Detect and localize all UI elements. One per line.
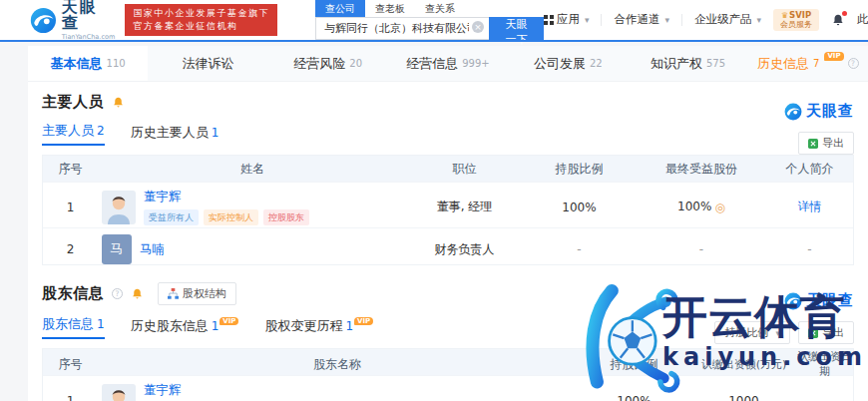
vip-badge: VIP (824, 52, 843, 61)
subtab-count: 1 (212, 319, 219, 333)
tag-controlling-shareholder[interactable]: 控股股东 (263, 209, 309, 225)
subtab-label: 历史主要人员 (131, 125, 209, 140)
detail-link[interactable]: 详情 (798, 200, 822, 213)
tag-beneficial-owner[interactable]: 受益所有人 (144, 209, 199, 225)
apps-grid-icon (544, 15, 554, 25)
cell-position: 财务负责人 (407, 241, 522, 258)
subscribe-bell-icon[interactable] (131, 287, 144, 300)
excel-icon (808, 328, 818, 338)
tab-label: 历史信息 (757, 55, 809, 73)
tab-count: 110 (107, 58, 126, 69)
tag-actual-controller[interactable]: 实际控制人 (204, 209, 258, 225)
col-shareholding-ratio: 持股比例 (577, 356, 691, 373)
search-tab-company[interactable]: 查公司 (315, 0, 365, 17)
tab-operating-risk[interactable]: 经营风险 20 (268, 46, 388, 81)
equity-target-icon[interactable]: ◎ (714, 200, 724, 214)
search-tabs: 查公司 查老板 查关系 (315, 0, 544, 17)
tab-label: 公司发展 (534, 55, 586, 73)
tab-count: 22 (590, 58, 603, 69)
col-subscribed-capital: 认缴出资额(万元) (691, 357, 796, 372)
section-title: 主要人员 (42, 93, 104, 112)
notification-bell-icon[interactable] (831, 13, 845, 27)
avatar[interactable] (102, 384, 136, 401)
subscribe-bell-icon[interactable] (112, 96, 125, 109)
subtab-history-key-people[interactable]: 历史主要人员1 (131, 124, 219, 146)
col-serial: 序号 (43, 161, 98, 178)
divider (681, 14, 682, 26)
info-circle-icon[interactable] (848, 58, 859, 69)
certification-badge: 国家中小企业发展子基金旗下 官方备案企业征信机构 (125, 4, 277, 36)
shareholder-name-link[interactable]: 董宇辉 (144, 382, 182, 397)
tab-company-development[interactable]: 公司发展 22 (508, 46, 628, 81)
svip-line2: 会员服务 (780, 20, 812, 29)
tab-legal-proceedings[interactable]: 法律诉讼 (148, 46, 267, 81)
subtab-count: 1 (97, 317, 105, 331)
subtab-equity-change-history[interactable]: 股权变更历程1VIP (264, 317, 373, 339)
tab-basic-info[interactable]: 基本信息 110 (28, 46, 148, 81)
search-input[interactable] (315, 17, 489, 40)
tianyancha-logo[interactable]: 天眼查 TianYanCha.com (30, 0, 115, 41)
equity-structure-button[interactable]: 股权结构 (158, 282, 236, 305)
table-row: 2 马 马喃 财务负责人 - - - (43, 227, 853, 264)
person-name-link[interactable]: 董宇辉 (144, 189, 182, 203)
tab-business-info[interactable]: 经营信息 999+ (388, 46, 508, 81)
svip-membership-badge[interactable]: ♛SVIP 会员服务 (773, 9, 819, 32)
cell-ratio: - (522, 242, 637, 256)
table-header-row: 序号 股东名称 持股比例 认缴出资额(万元) 认缴出资日期 (43, 349, 853, 375)
search-box: 天眼一下 (315, 17, 544, 40)
shareholders-table: 序号 股东名称 持股比例 认缴出资额(万元) 认缴出资日期 1 (42, 348, 854, 401)
search-button[interactable]: 天眼一下 (489, 17, 544, 40)
tab-count: 7 (813, 58, 819, 69)
vip-badge: VIP (219, 317, 238, 325)
tianyancha-watermark-logo: 天眼查 (784, 102, 854, 121)
export-button[interactable]: 导出 (798, 132, 854, 155)
menu-enterprise-products[interactable]: 企业级产品 (694, 12, 761, 27)
subtab-shareholders[interactable]: 股东信息1 (42, 315, 105, 339)
tab-count: 575 (706, 58, 725, 69)
avatar[interactable] (102, 191, 136, 224)
cell-ratio: 100% (522, 200, 637, 214)
person-tags: 受益所有人 实际控制人 控股股东 (144, 209, 309, 225)
subtab-count: 1 (212, 126, 219, 140)
brand-label: 天眼查 (806, 291, 854, 310)
search-tab-relation[interactable]: 查关系 (415, 0, 465, 17)
help-circle-icon[interactable] (112, 288, 123, 299)
export-button[interactable]: 导出 (798, 321, 854, 344)
menu-apps[interactable]: 应用 (544, 12, 590, 27)
tab-count: 20 (349, 58, 362, 69)
tianyancha-logo-icon (30, 7, 57, 34)
tab-label: 基本信息 (51, 55, 103, 73)
ratio-filter-dropdown[interactable]: 持股比例 (714, 321, 790, 344)
user-account-label: 此处... (857, 12, 868, 27)
subtab-label: 历史股东信息 (131, 318, 209, 333)
col-serial: 序号 (43, 356, 98, 373)
brand-label: 天眼查 (806, 102, 854, 121)
col-shareholding-ratio: 持股比例 (522, 161, 637, 178)
cell-shareholder: 董宇辉 受益所有人 实际控制人 控股股东 (98, 376, 577, 401)
cell-ratio: 100% (577, 394, 691, 401)
header-accent-line (0, 40, 868, 42)
divider (601, 14, 602, 26)
org-chart-icon (168, 288, 179, 299)
tab-intellectual-property[interactable]: 知识产权 575 (628, 46, 747, 81)
shareholders-controls: 持股比例 导出 (714, 321, 854, 344)
subtab-count: 2 (97, 124, 105, 138)
menu-cooperation[interactable]: 合作通道 (614, 12, 669, 27)
export-label: 导出 (822, 325, 844, 340)
search-tab-boss[interactable]: 查老板 (365, 0, 415, 17)
person-name-link[interactable]: 马喃 (140, 241, 165, 258)
col-shareholder-name: 股东名称 (98, 356, 577, 373)
subtab-history-shareholders[interactable]: 历史股东信息1VIP (131, 317, 239, 339)
tab-history-info[interactable]: 历史信息 7 VIP (748, 46, 868, 81)
table-header-row: 序号 姓名 职位 持股比例 最终受益股份 个人简介 (43, 156, 853, 182)
search-area: 查公司 查老板 查关系 天眼一下 (315, 0, 544, 40)
subtab-label: 主要人员 (42, 123, 94, 138)
cert-line-1: 国家中小企业发展子基金旗下 (133, 7, 269, 20)
user-account-menu[interactable]: 此处... (857, 12, 868, 27)
col-subscription-date: 认缴出资日期 (796, 349, 853, 379)
shareholders-section: 股东信息 股权结构 (28, 282, 868, 401)
cell-person: 马 马喃 (98, 228, 407, 270)
avatar[interactable]: 马 (102, 234, 132, 264)
subtab-key-people[interactable]: 主要人员2 (42, 122, 105, 146)
ratio-filter-label: 持股比例 (724, 325, 768, 340)
